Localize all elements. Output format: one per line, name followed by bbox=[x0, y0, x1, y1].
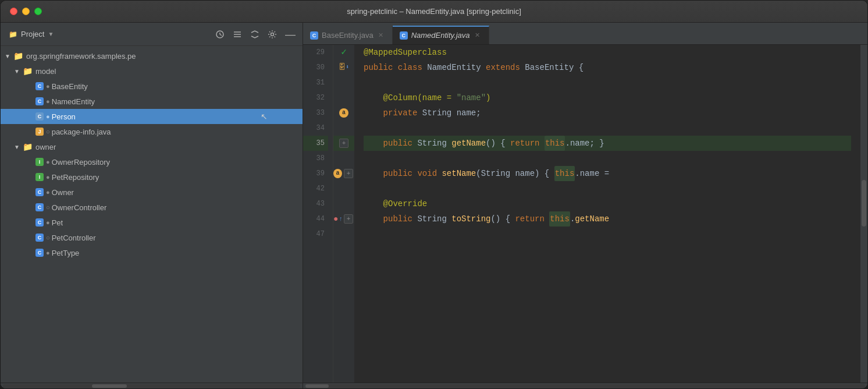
base-entity-label: BaseEntity bbox=[52, 82, 88, 91]
sidebar-item-model[interactable]: ▼ 📁 model bbox=[1, 63, 303, 79]
code-token bbox=[364, 136, 383, 151]
class-badge-pet-repo: I bbox=[35, 173, 44, 181]
sidebar-toolbar: 📁 Project ▼ — bbox=[1, 23, 303, 46]
maximize-button[interactable] bbox=[34, 8, 42, 15]
code-token bbox=[364, 90, 383, 105]
code-token: public bbox=[383, 166, 418, 181]
sidebar-item-pet[interactable]: C ● Pet bbox=[1, 215, 303, 230]
owner-repo-icon: I ● bbox=[35, 158, 52, 166]
gutter-icon-43 bbox=[333, 196, 354, 211]
code-editor[interactable]: 29 30 31 32 33 34 35 38 39 42 43 44 47 bbox=[303, 45, 867, 383]
project-dropdown[interactable]: 📁 Project ▼ bbox=[5, 29, 57, 40]
sidebar-item-named-entity[interactable]: C ● NamedEntity bbox=[1, 94, 303, 109]
editor-scroll-thumb[interactable] bbox=[305, 384, 329, 388]
main-window: spring-petclinic – NamedEntity.java [spr… bbox=[0, 0, 868, 389]
sidebar-item-pet-repo[interactable]: I ● PetRepository bbox=[1, 169, 303, 185]
sidebar-item-org-pkg[interactable]: ▼ 📁 org.springframework.samples.pe bbox=[1, 48, 303, 63]
folder-icon: 📁 bbox=[9, 30, 17, 38]
sidebar-item-base-entity[interactable]: C ● BaseEntity bbox=[1, 79, 303, 94]
sidebar-scroll-track bbox=[3, 384, 300, 388]
vis-icon-package-info: ○ bbox=[46, 128, 50, 135]
vis-icon-owner-controller: ○ bbox=[46, 204, 50, 211]
svg-point-6 bbox=[271, 33, 274, 36]
code-token: .name; } bbox=[565, 136, 604, 151]
gutter-icon-44[interactable]: ● ↑ + bbox=[333, 211, 354, 227]
code-token bbox=[364, 211, 383, 227]
package-info-label: package-info.java bbox=[52, 128, 111, 136]
editor-area: C BaseEntity.java ✕ C NamedEntity.java ✕… bbox=[303, 23, 867, 388]
sidebar-item-person[interactable]: C ● Person ↖ bbox=[1, 109, 303, 124]
expand-button-35[interactable]: + bbox=[339, 139, 348, 148]
owner-controller-icon: C ○ bbox=[35, 203, 52, 211]
tab-close-base-entity[interactable]: ✕ bbox=[377, 31, 385, 40]
class-badge-person: C bbox=[35, 112, 44, 121]
code-token: name bbox=[457, 105, 476, 121]
tab-label-named-entity: NamedEntity.java bbox=[411, 31, 470, 40]
settings-button[interactable] bbox=[265, 29, 279, 40]
editor-bottom-scrollbar[interactable] bbox=[303, 383, 867, 388]
locate-file-button[interactable] bbox=[213, 29, 227, 40]
gutter-icon-47 bbox=[333, 227, 354, 242]
gutter-icon-35[interactable]: + bbox=[333, 136, 354, 151]
sidebar-scroll-thumb[interactable] bbox=[92, 384, 127, 388]
sidebar-item-pet-controller[interactable]: C ○ PetController bbox=[1, 230, 303, 245]
code-token: void bbox=[417, 166, 442, 181]
org-pkg-label: org.springframework.samples.pe bbox=[26, 52, 136, 61]
gutter-icon-30[interactable]: 🗄 ⬇ bbox=[333, 60, 354, 75]
code-token bbox=[364, 105, 383, 121]
pet-controller-label: PetController bbox=[52, 234, 96, 242]
pet-repo-label: PetRepository bbox=[52, 173, 99, 182]
code-token: "name" bbox=[457, 90, 486, 105]
gutter-icon-33[interactable]: a bbox=[333, 105, 354, 121]
class-badge-named-entity: C bbox=[35, 97, 44, 105]
code-token: .name = bbox=[575, 166, 609, 181]
folder-icon-model: 📁 bbox=[22, 66, 33, 76]
code-token bbox=[364, 166, 383, 181]
gutter-icons: ✓ 🗄 ⬇ a bbox=[333, 45, 354, 383]
tab-named-entity[interactable]: C NamedEntity.java ✕ bbox=[393, 26, 489, 44]
arrow-model: ▼ bbox=[12, 68, 22, 75]
owner-controller-label: OwnerController bbox=[52, 203, 107, 212]
tab-badge-base-entity: C bbox=[310, 31, 318, 40]
tab-base-entity[interactable]: C BaseEntity.java ✕ bbox=[303, 26, 393, 44]
editor-scrollbar[interactable] bbox=[860, 45, 867, 383]
person-icon: C ● bbox=[35, 112, 52, 121]
line-num-43: 43 bbox=[303, 196, 328, 211]
sidebar-item-owner-repo[interactable]: I ● OwnerRepository bbox=[1, 154, 303, 169]
checkmark-icon: ✓ bbox=[341, 45, 347, 60]
code-token: toString bbox=[451, 211, 490, 227]
sidebar-item-owner-controller[interactable]: C ○ OwnerController bbox=[1, 200, 303, 215]
close-sidebar-button[interactable]: — bbox=[283, 28, 298, 41]
class-badge-base-entity: C bbox=[35, 82, 44, 90]
tab-close-named-entity[interactable]: ✕ bbox=[474, 31, 482, 40]
gutter-icon-39[interactable]: a + bbox=[333, 166, 354, 181]
code-content[interactable]: @MappedSuperclass public class NamedEnti… bbox=[354, 45, 860, 383]
code-line-42 bbox=[364, 181, 851, 196]
sidebar-scrollbar[interactable] bbox=[1, 383, 303, 388]
vis-icon-pet-type: ● bbox=[46, 249, 50, 256]
pet-controller-icon: C ○ bbox=[35, 234, 52, 242]
sidebar-item-owner-folder[interactable]: ▼ 📁 owner bbox=[1, 139, 303, 154]
breakpoint-icon: ● bbox=[333, 211, 338, 227]
expand-all-button[interactable] bbox=[248, 29, 262, 40]
code-token: @Column(name = bbox=[383, 90, 457, 105]
close-button[interactable] bbox=[10, 8, 17, 15]
down-arrow-icon: ⬇ bbox=[346, 60, 349, 75]
vis-icon-owner-repo: ● bbox=[46, 158, 50, 165]
code-line-30: public class NamedEntity extends BaseEnt… bbox=[364, 60, 851, 75]
minimize-button[interactable] bbox=[22, 8, 30, 15]
scrollbar-thumb[interactable] bbox=[862, 180, 866, 227]
code-token: () { bbox=[490, 211, 515, 227]
sidebar-item-owner[interactable]: C ● Owner bbox=[1, 185, 303, 200]
sidebar: 📁 Project ▼ — bbox=[1, 23, 303, 388]
class-badge-pet: C bbox=[35, 218, 44, 227]
folder-icon-org: 📁 bbox=[12, 51, 24, 61]
expand-button-44[interactable]: + bbox=[344, 214, 353, 224]
expand-button-39[interactable]: + bbox=[344, 169, 353, 178]
sidebar-item-package-info[interactable]: J ○ package-info.java bbox=[1, 124, 303, 139]
collapse-all-button[interactable] bbox=[230, 29, 244, 40]
sidebar-item-pet-type[interactable]: C ● PetType bbox=[1, 245, 303, 260]
code-line-43: @Override bbox=[364, 196, 851, 211]
code-token: ; bbox=[476, 105, 481, 121]
code-line-47 bbox=[364, 227, 851, 242]
